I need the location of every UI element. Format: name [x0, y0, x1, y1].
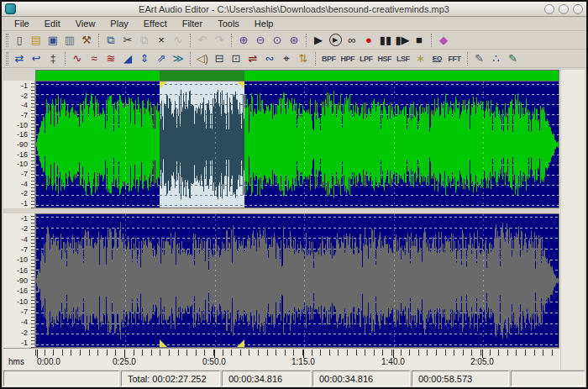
- db-scale-label: -2: [21, 329, 28, 337]
- db-scale-label: -2: [21, 92, 28, 100]
- loop-play-icon[interactable]: ∞: [344, 32, 360, 48]
- selection-start-marker-bottom[interactable]: [160, 339, 167, 347]
- db-scale-label: -16: [17, 151, 28, 159]
- db-scale-label: -4: [21, 236, 28, 244]
- redo-icon[interactable]: ↷: [211, 32, 228, 48]
- save-file-icon[interactable]: ▣: [45, 32, 61, 48]
- play-icon[interactable]: ▶: [310, 32, 327, 48]
- audio-converter-icon[interactable]: ⚒: [78, 32, 95, 48]
- waveform-left-channel[interactable]: [36, 81, 559, 208]
- edit-envelope-icon[interactable]: ✎: [505, 50, 522, 66]
- menu-item-play[interactable]: Play: [102, 18, 135, 29]
- menu-item-effect[interactable]: Effect: [136, 18, 175, 29]
- menu-item-tools[interactable]: Tools: [210, 18, 247, 29]
- delete-icon[interactable]: ×: [153, 32, 170, 48]
- menu-item-edit[interactable]: Edit: [37, 18, 68, 29]
- dither-icon[interactable]: ∴: [488, 50, 505, 66]
- open-file-icon[interactable]: ▤: [28, 32, 45, 48]
- zoom-in-icon[interactable]: ⊕: [235, 32, 252, 48]
- normalize-icon[interactable]: ≈: [86, 50, 102, 66]
- zoom-full-icon[interactable]: ⊙: [269, 32, 286, 48]
- overview-position-bar[interactable]: [35, 70, 559, 81]
- speaker-effect-icon[interactable]: ◁): [194, 50, 211, 66]
- toolbar-separator: [315, 52, 316, 66]
- toolbar-separator: [467, 52, 468, 66]
- marker-icon[interactable]: ⌖: [278, 50, 295, 66]
- denoise-icon[interactable]: ∗: [412, 50, 429, 66]
- zoom-selection-icon[interactable]: ⊛: [286, 32, 302, 48]
- db-scale-label: -4: [21, 181, 28, 188]
- toolbar-separator: [98, 34, 99, 47]
- help-contents-icon[interactable]: ◆: [435, 32, 452, 48]
- db-scale-label: -90: [17, 277, 28, 285]
- selection-end-marker-bottom[interactable]: [237, 339, 244, 347]
- fade-icon[interactable]: ◢: [119, 50, 136, 66]
- time-unit-label: hms: [8, 357, 24, 366]
- file-properties-icon[interactable]: ▥: [61, 32, 78, 48]
- time-label: 2:05.0: [470, 357, 494, 366]
- waveform-right-channel[interactable]: [36, 214, 559, 347]
- noise-reduction-icon[interactable]: ∿: [69, 50, 86, 66]
- db-scale-label: -16: [17, 287, 28, 295]
- status-cell-1: Total: 00:02:27.252: [121, 371, 220, 386]
- edit-cue-list-icon[interactable]: ✎: [471, 50, 488, 66]
- time-label: 0:25.0: [113, 357, 136, 366]
- close-button[interactable]: [573, 4, 583, 14]
- menu-item-view[interactable]: View: [68, 18, 103, 29]
- menu-item-filter[interactable]: Filter: [175, 18, 210, 29]
- time-label: 0:00.0: [37, 357, 60, 366]
- equalizer-button[interactable]: EQ: [429, 50, 446, 66]
- maximize-button[interactable]: [559, 4, 569, 14]
- window-title: EArt Audio Editor - C:\Users\ashis\Downl…: [2, 4, 586, 14]
- pitch-shift-icon[interactable]: ⇅: [295, 50, 312, 66]
- stretch-icon[interactable]: ⇕: [136, 50, 153, 66]
- db-scale-label: -7: [21, 171, 28, 178]
- vibrato-icon[interactable]: ≫: [170, 50, 186, 66]
- rate-change-icon[interactable]: ⇗: [153, 50, 170, 66]
- play-pause-icon[interactable]: ▮▶: [394, 32, 411, 48]
- time-label: 1:15.0: [291, 357, 315, 366]
- db-scale-label: -10: [17, 298, 28, 306]
- fft-filter-button[interactable]: FFT: [446, 50, 464, 66]
- trim-icon[interactable]: ∿: [170, 32, 186, 48]
- toolbar-separator: [431, 34, 432, 47]
- minimize-button[interactable]: [544, 4, 554, 14]
- invert-icon[interactable]: ⊟: [211, 50, 228, 66]
- amplify-icon[interactable]: ≋: [102, 50, 119, 66]
- paste-icon[interactable]: ⧉: [136, 32, 153, 48]
- time-ruler[interactable]: hms 0:00.00:25.00:50.01:15.01:40.02:05.0: [3, 348, 559, 370]
- high-shelf-filter-button[interactable]: HSF: [375, 50, 395, 66]
- db-scale-label: -2: [21, 190, 28, 197]
- low-shelf-filter-button[interactable]: LSF: [394, 50, 412, 66]
- status-cell-4: 00:00:58.573: [412, 371, 509, 386]
- dc-offset-icon[interactable]: ‡: [45, 50, 61, 66]
- cut-icon[interactable]: ✂: [119, 32, 136, 48]
- mix-paste-icon[interactable]: ⇌: [244, 50, 261, 66]
- high-pass-filter-button[interactable]: HPF: [339, 50, 358, 66]
- selection-start-marker-top[interactable]: [160, 81, 167, 89]
- app-window: EArt Audio Editor - C:\Users\ashis\Downl…: [0, 0, 588, 389]
- copy-icon[interactable]: ⧉: [102, 32, 119, 48]
- new-file-icon[interactable]: ▯: [11, 32, 28, 48]
- menu-item-file[interactable]: File: [7, 18, 37, 29]
- time-ticks: [35, 350, 559, 355]
- channel-converter-icon[interactable]: ⇄: [11, 50, 28, 66]
- play-all-icon[interactable]: ▶: [327, 32, 344, 48]
- band-pass-filter-button[interactable]: BPF: [319, 50, 339, 66]
- echo-icon[interactable]: ∾: [261, 50, 278, 66]
- pause-icon[interactable]: ▮▮: [377, 32, 394, 48]
- envelope-icon[interactable]: ⊡: [228, 50, 244, 66]
- menu-item-help[interactable]: Help: [247, 18, 281, 29]
- undo-icon[interactable]: ↶: [194, 32, 211, 48]
- db-scale-label: -1: [21, 200, 28, 208]
- right-panel-strip: [559, 70, 585, 370]
- toolbar-grip: [6, 52, 8, 66]
- record-icon[interactable]: ●: [360, 32, 377, 48]
- low-pass-filter-button[interactable]: LPF: [357, 50, 375, 66]
- selection-end-marker-top[interactable]: [237, 81, 244, 89]
- zoom-out-icon[interactable]: ⊖: [252, 32, 269, 48]
- stop-icon[interactable]: ■: [411, 32, 428, 48]
- db-ticks: [29, 81, 34, 208]
- db-scale-label: -7: [21, 246, 28, 254]
- reverse-icon[interactable]: ↩: [28, 50, 45, 66]
